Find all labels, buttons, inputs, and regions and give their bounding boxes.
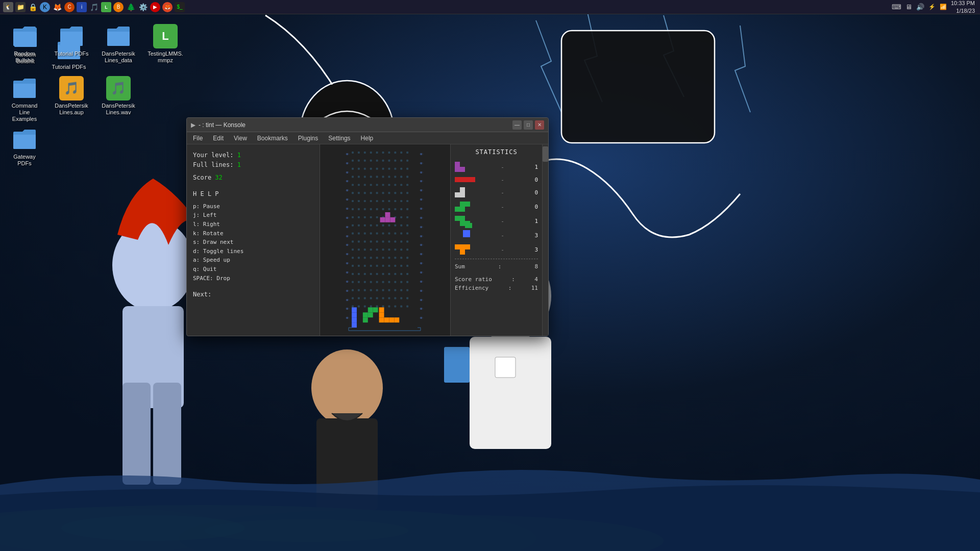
svg-rect-102 (394, 176, 396, 178)
svg-rect-183 (400, 240, 402, 242)
efficiency-colon: : (508, 285, 512, 291)
svg-rect-138 (370, 208, 372, 210)
taskbar-icon-lmms[interactable]: L (101, 2, 111, 12)
terminal-menu-edit[interactable]: Edit (211, 134, 226, 143)
stat-dash-4: - (479, 204, 526, 210)
svg-rect-117 (364, 192, 366, 194)
svg-rect-267 (390, 217, 395, 222)
svg-rect-253 (400, 297, 402, 299)
svg-rect-300 (463, 230, 470, 237)
taskbar-network-icon: 📶 (940, 4, 947, 10)
svg-rect-113 (400, 184, 402, 186)
svg-rect-208 (370, 265, 372, 267)
svg-rect-236 (358, 289, 360, 291)
svg-text:👁: 👁 (420, 226, 423, 229)
svg-text:👁: 👁 (346, 235, 349, 238)
svg-rect-129 (376, 200, 378, 202)
sum-label: Sum (455, 263, 465, 270)
taskbar-icon-2[interactable]: 📁 (15, 2, 26, 12)
taskbar-icon-7[interactable]: i (77, 2, 87, 12)
svg-rect-77 (364, 160, 366, 162)
taskbar-icon-11[interactable]: ▶ (150, 2, 160, 12)
svg-rect-264 (406, 305, 408, 307)
svg-rect-214 (406, 265, 408, 267)
scrollbar-thumb[interactable] (543, 146, 548, 162)
svg-point-19 (311, 349, 383, 426)
svg-rect-250 (382, 297, 384, 299)
terminal-menu-settings[interactable]: Settings (326, 134, 352, 143)
terminal-menu-view[interactable]: View (232, 134, 249, 143)
svg-rect-277 (373, 307, 378, 312)
svg-rect-88 (370, 168, 372, 170)
svg-rect-180 (382, 240, 384, 242)
terminal-menu-plugins[interactable]: Plugins (296, 134, 320, 143)
taskbar-icon-terminal[interactable]: $_ (175, 2, 185, 12)
terminal-app-icon: ▶ (191, 121, 195, 129)
svg-rect-141 (388, 208, 390, 210)
svg-rect-294 (460, 207, 465, 212)
terminal-menu-help[interactable]: Help (359, 134, 376, 143)
svg-rect-133 (400, 200, 402, 202)
stat-val-2: 0 (528, 177, 538, 183)
taskbar-icon-blender[interactable]: B (113, 2, 124, 12)
svg-rect-234 (406, 281, 408, 283)
stat-dash-7: - (479, 246, 526, 253)
taskbar-icon-6[interactable]: C (64, 2, 75, 12)
svg-rect-130 (382, 200, 384, 202)
desktop-icon-random-bullshit[interactable]: Random Bullshit (5, 23, 46, 67)
taskbar-icon-4[interactable]: K (40, 2, 50, 12)
stat-dash-2: - (479, 177, 526, 183)
desktop-icon-tutorial-pdfs[interactable]: Tutorial PDFs (48, 35, 89, 72)
svg-rect-127 (364, 200, 366, 202)
svg-rect-154 (406, 216, 408, 218)
taskbar-icon-3[interactable]: 🔒 (28, 2, 38, 12)
svg-text:👁: 👁 (346, 207, 349, 211)
svg-rect-255 (352, 305, 354, 307)
svg-rect-145 (352, 216, 354, 218)
svg-rect-251 (388, 297, 390, 299)
svg-rect-218 (370, 273, 372, 275)
terminal-menu-file[interactable]: File (191, 134, 205, 143)
svg-rect-207 (364, 265, 366, 267)
svg-rect-109 (376, 184, 378, 186)
svg-rect-200 (382, 257, 384, 259)
svg-rect-289 (460, 192, 465, 197)
terminal-body: Your level: 1 Full lines: 1 Score 32 H E… (187, 144, 548, 336)
svg-rect-18 (444, 347, 470, 383)
svg-rect-299 (465, 223, 472, 228)
taskbar-icon-5[interactable]: 🦊 (52, 2, 62, 12)
svg-rect-256 (358, 305, 360, 307)
svg-rect-181 (388, 240, 390, 242)
svg-rect-123 (400, 192, 402, 194)
stat-val-7: 3 (528, 246, 538, 253)
taskbar-icon-10[interactable]: ⚙️ (138, 2, 148, 12)
taskbar-icon-12[interactable]: 🦊 (162, 2, 173, 12)
taskbar-icon-tree[interactable]: 🌲 (126, 2, 136, 12)
svg-rect-83 (400, 160, 402, 162)
svg-rect-232 (394, 281, 396, 283)
svg-rect-290 (455, 192, 460, 197)
svg-rect-266 (385, 217, 390, 222)
svg-rect-279 (379, 312, 384, 317)
svg-rect-166 (358, 233, 360, 235)
svg-rect-295 (455, 216, 460, 221)
terminal-scrollbar[interactable] (542, 144, 548, 336)
terminal-close-button[interactable]: ✕ (535, 120, 544, 130)
score-ratio-label: Score ratio (455, 276, 492, 283)
taskbar-icon-1[interactable]: 🐧 (3, 2, 13, 12)
stat-row-purple: - 1 (455, 162, 538, 172)
svg-text:👁: 👁 (420, 243, 423, 247)
terminal-minimize-button[interactable]: — (512, 120, 522, 130)
stats-spacer (455, 272, 538, 276)
svg-rect-143 (400, 208, 402, 210)
svg-rect-222 (394, 273, 396, 275)
svg-rect-281 (384, 317, 389, 322)
folder-icon-random (13, 25, 38, 49)
stat-row-green-z: - 1 (455, 216, 538, 226)
terminal-maximize-button[interactable]: □ (524, 120, 533, 130)
svg-rect-291 (460, 202, 465, 207)
taskbar-icon-8[interactable]: 🎵 (89, 2, 99, 12)
sum-value: 8 (534, 263, 538, 270)
terminal-menu-bookmarks[interactable]: Bookmarks (255, 134, 290, 143)
svg-rect-209 (376, 265, 378, 267)
